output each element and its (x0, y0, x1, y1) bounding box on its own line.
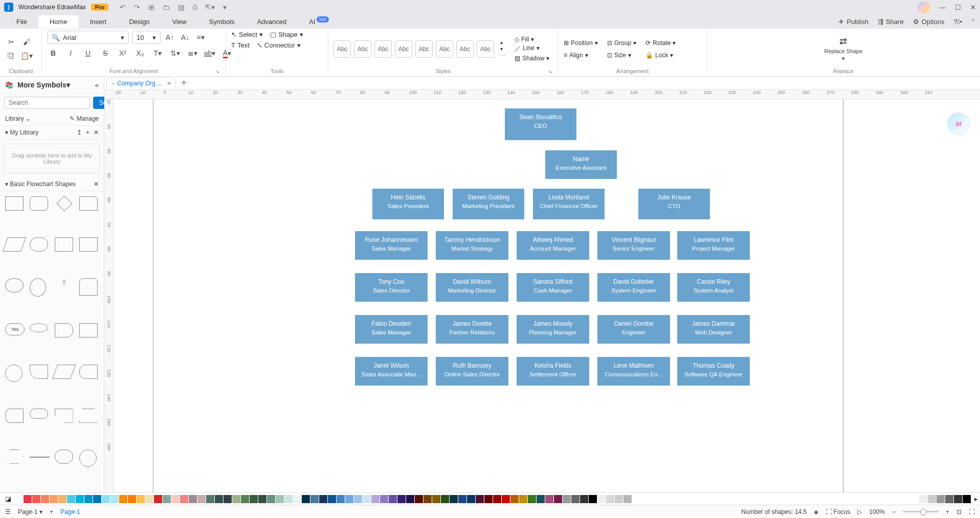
color-swatch[interactable] (58, 495, 66, 503)
menu-symbols[interactable]: Symbols (198, 15, 246, 28)
color-swatch[interactable] (580, 495, 588, 503)
close-section-icon[interactable]: ✕ (94, 129, 99, 136)
bold-icon[interactable]: B (47, 47, 59, 59)
shape-tape[interactable] (5, 409, 24, 423)
color-swatch[interactable] (545, 495, 553, 503)
line-spacing-icon[interactable]: ⇅▾ (169, 47, 181, 59)
style-gallery[interactable]: Abc Abc Abc Abc Abc Abc Abc Abc (333, 40, 494, 58)
color-swatch[interactable] (250, 495, 258, 503)
increase-font-icon[interactable]: A↑ (164, 31, 176, 43)
library-dropdown[interactable]: Library ⌄ (5, 115, 31, 122)
minimize-icon[interactable]: — (939, 4, 946, 11)
color-swatch[interactable] (337, 495, 345, 503)
list-icon[interactable]: ≣▾ (186, 47, 198, 59)
color-swatch[interactable] (623, 495, 632, 503)
case-icon[interactable]: T▾ (151, 47, 164, 59)
user-avatar[interactable] (918, 1, 930, 13)
color-swatch[interactable] (102, 495, 110, 503)
org-node[interactable]: Steven GoldingMarketing President (453, 189, 524, 219)
subscript-icon[interactable]: X₂ (134, 47, 146, 59)
color-swatch[interactable] (441, 495, 449, 503)
options-button[interactable]: ⚙Options (913, 18, 945, 26)
color-swatch[interactable] (432, 495, 440, 503)
org-node[interactable]: Julie KrauseCTO (638, 189, 710, 219)
canvas[interactable]: 2030405060708090100110120130140150160 (104, 99, 980, 492)
color-swatch[interactable] (67, 495, 75, 503)
line-dropdown[interactable]: ／ Line▾ (515, 44, 549, 53)
library-drop-zone[interactable]: Drag symbols here to add to My Library (4, 144, 100, 173)
color-swatch[interactable] (145, 495, 153, 503)
color-swatch[interactable] (484, 495, 493, 503)
color-swatch[interactable] (15, 495, 23, 503)
color-swatch[interactable] (276, 495, 284, 503)
color-swatch[interactable] (937, 495, 945, 503)
color-swatch[interactable] (424, 495, 432, 503)
fill-indicator-icon[interactable]: ◪ (5, 495, 11, 503)
shape-pill[interactable] (30, 237, 48, 252)
shape-rect[interactable] (5, 196, 24, 211)
color-swatch[interactable] (371, 495, 380, 503)
org-node[interactable]: Linda MortlandChief Financial Officer (533, 189, 605, 219)
color-swatch[interactable] (163, 495, 171, 503)
italic-icon[interactable]: I (64, 47, 77, 59)
new-tab-button[interactable]: + (181, 78, 187, 88)
align-text-icon[interactable]: ≡▾ (194, 31, 207, 43)
color-swatch[interactable] (380, 495, 388, 503)
color-swatch[interactable] (450, 495, 458, 503)
shape-manual[interactable] (52, 365, 75, 379)
color-swatch[interactable] (345, 495, 353, 503)
zoom-slider[interactable] (903, 511, 939, 512)
color-swatch[interactable] (467, 495, 475, 503)
color-swatch[interactable] (510, 495, 519, 503)
color-swatch[interactable] (50, 495, 58, 503)
color-swatch[interactable] (267, 495, 275, 503)
color-swatch[interactable] (24, 495, 32, 503)
menu-ai[interactable]: AIhot (298, 15, 340, 28)
shadow-dropdown[interactable]: ▨ Shadow▾ (515, 55, 549, 62)
strikethrough-icon[interactable]: S (99, 47, 112, 59)
lock-dropdown[interactable]: 🔒 Lock▾ (645, 52, 676, 59)
collapse-panel-icon[interactable]: « (95, 81, 99, 89)
focus-button[interactable]: ⛶ Focus (826, 508, 850, 515)
search-input[interactable] (4, 97, 90, 109)
gallery-down-icon[interactable]: ▾ (500, 46, 505, 52)
menu-home[interactable]: Home (38, 15, 79, 28)
color-swatch[interactable] (93, 495, 101, 503)
shape-tool[interactable]: ▢Shape▾ (270, 31, 303, 38)
org-node[interactable]: Fabio DesideriSales Manager (355, 315, 428, 344)
qat-more-icon[interactable]: ▾ (223, 3, 227, 11)
print-icon[interactable]: ⎙ (193, 3, 197, 11)
maximize-icon[interactable]: ☐ (955, 4, 961, 11)
zoom-level[interactable]: 100% (869, 508, 885, 515)
color-swatch[interactable] (241, 495, 249, 503)
org-node[interactable]: Atheeq AhmedAccount Manager (517, 231, 589, 260)
color-swatch[interactable] (363, 495, 371, 503)
color-swatch[interactable] (119, 495, 127, 503)
color-swatch[interactable] (302, 495, 310, 503)
color-swatch[interactable] (171, 495, 180, 503)
color-swatch[interactable] (284, 495, 293, 503)
format-painter-icon[interactable]: 🖌 (20, 36, 33, 48)
org-node[interactable]: Rune JohannessenSales Manager (355, 231, 428, 260)
color-swatch[interactable] (128, 495, 136, 503)
font-size-select[interactable]: 10▾ (132, 31, 161, 44)
color-swatch[interactable] (615, 495, 623, 503)
color-swatch[interactable] (293, 495, 301, 503)
org-node[interactable]: James DoeblePartner Relations (436, 315, 508, 344)
color-swatch[interactable] (502, 495, 510, 503)
org-node[interactable]: Carole RileySystem Analyst (677, 273, 750, 302)
my-library-toggle[interactable]: ▾ My Library (5, 129, 38, 136)
shape-delay[interactable] (55, 323, 73, 337)
superscript-icon[interactable]: X² (117, 47, 129, 59)
fit-page-icon[interactable]: ⊡ (956, 508, 962, 515)
color-swatch[interactable] (493, 495, 501, 503)
org-node[interactable]: Tony CooSales Director (355, 273, 428, 302)
shape-internal[interactable] (79, 237, 98, 252)
import-icon[interactable]: ↥ (77, 129, 82, 136)
style-preset[interactable]: Abc (477, 40, 494, 58)
shape-yes[interactable]: Yes (5, 323, 25, 335)
style-preset[interactable]: Abc (395, 40, 412, 58)
color-swatch[interactable] (945, 495, 953, 503)
color-swatch[interactable] (110, 495, 119, 503)
connector-tool[interactable]: ⤡Connector▾ (257, 41, 301, 49)
